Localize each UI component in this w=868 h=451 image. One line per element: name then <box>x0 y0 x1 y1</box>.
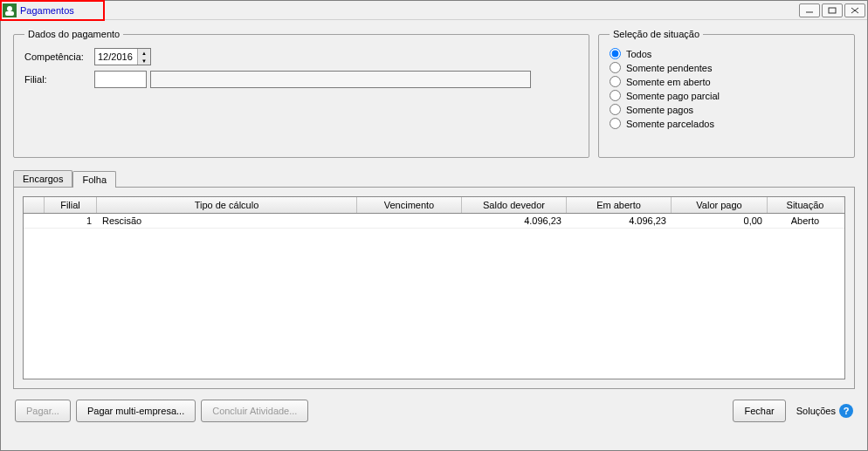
fechar-button[interactable]: Fechar <box>733 400 785 422</box>
radio-pagos-input[interactable] <box>610 104 621 115</box>
radio-aberto-label: Somente em aberto <box>626 77 711 87</box>
solucoes-label: Soluções <box>796 406 836 416</box>
cell-tipo: Rescisão <box>97 214 357 228</box>
top-row: Dados do pagamento Competência: ▲ ▼ Fili… <box>13 29 855 158</box>
filial-code-input[interactable] <box>94 71 147 88</box>
app-icon <box>3 3 17 17</box>
grid-header: Filial Tipo de cálculo Vencimento Saldo … <box>24 197 844 214</box>
payments-grid[interactable]: Filial Tipo de cálculo Vencimento Saldo … <box>23 196 845 379</box>
radio-aberto-input[interactable] <box>610 76 621 87</box>
row-filial: Filial: <box>24 71 578 88</box>
radio-pagos[interactable]: Somente pagos <box>610 104 844 115</box>
row-competencia: Competência: ▲ ▼ <box>24 48 578 65</box>
fieldset-selecao-situacao: Seleção de situação Todos Somente penden… <box>598 29 855 158</box>
radio-aberto[interactable]: Somente em aberto <box>610 76 844 87</box>
label-filial: Filial: <box>24 74 94 85</box>
col-situacao[interactable]: Situação <box>768 197 843 213</box>
legend-selecao: Seleção de situação <box>610 29 703 39</box>
titlebar: Pagamentos <box>1 1 867 20</box>
minimize-button[interactable] <box>799 3 820 17</box>
filial-desc-input[interactable] <box>150 71 531 88</box>
radio-parcial-label: Somente pago parcial <box>626 91 720 101</box>
cell-aberto: 4.096,23 <box>567 214 672 228</box>
radio-todos-label: Todos <box>626 49 651 59</box>
help-icon: ? <box>839 404 853 418</box>
radio-pendentes-input[interactable] <box>610 62 621 73</box>
pagar-multi-button[interactable]: Pagar multi-empresa... <box>76 400 196 422</box>
cell-situacao: Aberto <box>768 214 843 228</box>
svg-rect-4 <box>829 8 836 13</box>
radio-pagos-label: Somente pagos <box>626 105 693 115</box>
solucoes-link[interactable]: Soluções ? <box>791 404 853 418</box>
radio-parcial[interactable]: Somente pago parcial <box>610 90 844 101</box>
cell-select[interactable] <box>24 214 45 228</box>
col-tipo[interactable]: Tipo de cálculo <box>97 197 357 213</box>
tab-panel-folha: Filial Tipo de cálculo Vencimento Saldo … <box>13 187 855 389</box>
window-title: Pagamentos <box>20 5 74 16</box>
label-competencia: Competência: <box>24 51 94 62</box>
radio-parcelados-label: Somente parcelados <box>626 119 714 129</box>
radio-parcial-input[interactable] <box>610 90 621 101</box>
col-vencimento[interactable]: Vencimento <box>357 197 462 213</box>
table-row[interactable]: 1 Rescisão 4.096,23 4.096,23 0,00 Aberto <box>24 214 844 229</box>
svg-point-1 <box>7 6 12 11</box>
col-select[interactable] <box>24 197 45 213</box>
svg-rect-2 <box>5 11 14 16</box>
cell-saldo: 4.096,23 <box>462 214 567 228</box>
concluir-button[interactable]: Concluir Atividade... <box>201 400 308 422</box>
fieldset-dados-pagamento: Dados do pagamento Competência: ▲ ▼ Fili… <box>13 29 589 158</box>
col-pago[interactable]: Valor pago <box>672 197 768 213</box>
competencia-input[interactable] <box>95 49 137 65</box>
competencia-spinner[interactable]: ▲ ▼ <box>94 48 151 65</box>
tab-encargos[interactable]: Encargos <box>13 170 72 187</box>
col-filial[interactable]: Filial <box>45 197 97 213</box>
pagar-button[interactable]: Pagar... <box>15 400 71 422</box>
radio-parcelados-input[interactable] <box>610 118 621 129</box>
cell-pago: 0,00 <box>672 214 768 228</box>
legend-dados: Dados do pagamento <box>24 29 123 39</box>
button-bar: Pagar... Pagar multi-empresa... Concluir… <box>13 400 855 422</box>
radio-todos-input[interactable] <box>610 48 621 59</box>
spinner-down[interactable]: ▼ <box>138 57 150 65</box>
tab-folha[interactable]: Folha <box>72 171 116 188</box>
maximize-button[interactable] <box>822 3 843 17</box>
radio-pendentes-label: Somente pendentes <box>626 63 712 73</box>
radio-parcelados[interactable]: Somente parcelados <box>610 118 844 129</box>
cell-vencimento <box>357 214 462 228</box>
col-aberto[interactable]: Em aberto <box>567 197 672 213</box>
content-area: Dados do pagamento Competência: ▲ ▼ Fili… <box>1 20 867 431</box>
tabs-area: Encargos Folha Filial Tipo de cálculo Ve… <box>13 170 855 389</box>
col-saldo[interactable]: Saldo devedor <box>462 197 567 213</box>
cell-filial: 1 <box>45 214 97 228</box>
payments-window: Pagamentos Dados do pagamento Competênci… <box>0 0 868 451</box>
spinner-up[interactable]: ▲ <box>138 49 150 57</box>
window-controls <box>799 3 865 17</box>
tab-strip: Encargos Folha <box>13 170 855 187</box>
close-button[interactable] <box>844 3 865 17</box>
radio-pendentes[interactable]: Somente pendentes <box>610 62 844 73</box>
radio-todos[interactable]: Todos <box>610 48 844 59</box>
